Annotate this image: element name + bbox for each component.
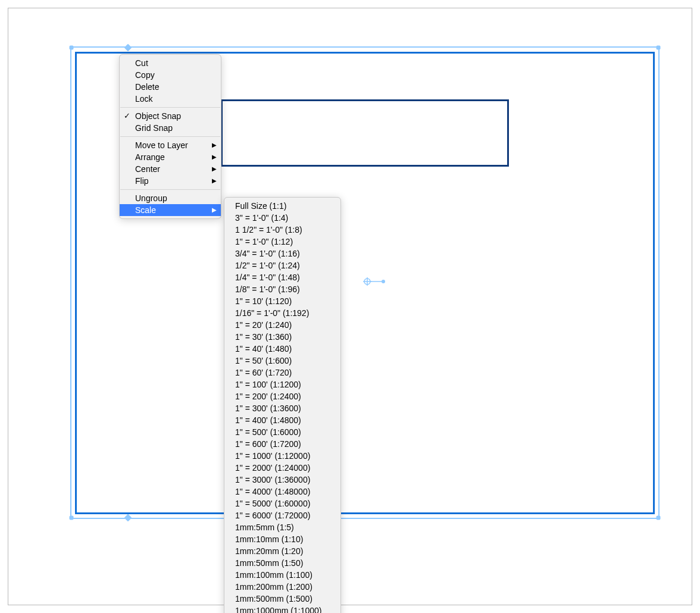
rotate-handle-bottom[interactable] bbox=[124, 514, 132, 522]
scale-option-label: 1" = 600' (1:7200) bbox=[235, 439, 301, 449]
menu-item-object-snap[interactable]: ✓Object Snap bbox=[120, 110, 221, 122]
menu-item-label: Move to Layer bbox=[135, 140, 188, 150]
scale-option[interactable]: 1" = 2000' (1:24000) bbox=[224, 462, 340, 474]
scale-option[interactable]: 1/8" = 1'-0" (1:96) bbox=[224, 283, 340, 295]
scale-option[interactable]: 1" = 500' (1:6000) bbox=[224, 426, 340, 438]
scale-option[interactable]: 1mm:100mm (1:100) bbox=[224, 569, 340, 581]
scale-option[interactable]: 1/2" = 1'-0" (1:24) bbox=[224, 259, 340, 271]
scale-option-label: 1" = 1'-0" (1:12) bbox=[235, 237, 293, 246]
scale-option-label: 1" = 200' (1:2400) bbox=[235, 392, 301, 401]
svg-point-0 bbox=[364, 279, 370, 284]
window-frame: CutCopyDeleteLock✓Object SnapGrid SnapMo… bbox=[8, 8, 692, 605]
scale-option[interactable]: 1mm:1000mm (1:1000) bbox=[224, 605, 340, 613]
scale-option[interactable]: 1" = 50' (1:600) bbox=[224, 355, 340, 367]
menu-item-delete[interactable]: Delete bbox=[120, 81, 221, 93]
scale-option-label: 1" = 1000' (1:12000) bbox=[235, 451, 310, 461]
menu-item-move-to-layer[interactable]: Move to Layer▶ bbox=[120, 139, 221, 151]
context-menu[interactable]: CutCopyDeleteLock✓Object SnapGrid SnapMo… bbox=[119, 54, 221, 219]
scale-option[interactable]: 3" = 1'-0" (1:4) bbox=[224, 212, 340, 224]
menu-item-label: Scale bbox=[135, 205, 156, 215]
scale-option-label: 1" = 100' (1:1200) bbox=[235, 380, 301, 389]
rectangle-shape[interactable] bbox=[221, 99, 509, 167]
scale-option[interactable]: 1 1/2" = 1'-0" (1:8) bbox=[224, 224, 340, 236]
scale-option[interactable]: 1" = 1'-0" (1:12) bbox=[224, 236, 340, 248]
menu-item-label: Copy bbox=[135, 70, 155, 80]
menu-item-cut[interactable]: Cut bbox=[120, 57, 221, 69]
svg-point-4 bbox=[382, 280, 385, 283]
menu-item-lock[interactable]: Lock bbox=[120, 93, 221, 105]
menu-item-arrange[interactable]: Arrange▶ bbox=[120, 151, 221, 163]
resize-handle-top-left[interactable] bbox=[70, 46, 74, 50]
menu-item-scale[interactable]: Scale▶ bbox=[120, 204, 221, 216]
scale-option-label: 1/8" = 1'-0" (1:96) bbox=[235, 284, 300, 294]
scale-option-label: 1mm:1000mm (1:1000) bbox=[235, 606, 322, 613]
scale-option-label: 1" = 60' (1:720) bbox=[235, 368, 292, 377]
scale-option[interactable]: 1" = 600' (1:7200) bbox=[224, 438, 340, 450]
scale-option[interactable]: 1" = 6000' (1:72000) bbox=[224, 509, 340, 521]
menu-item-label: Object Snap bbox=[135, 111, 181, 121]
scale-option-label: 1mm:100mm (1:100) bbox=[235, 570, 312, 580]
scale-option-label: 1mm:5mm (1:5) bbox=[235, 523, 294, 532]
scale-option[interactable]: 1mm:10mm (1:10) bbox=[224, 533, 340, 545]
scale-option-label: 1/16" = 1'-0" (1:192) bbox=[235, 308, 309, 318]
menu-separator bbox=[120, 189, 220, 190]
scale-option[interactable]: 1" = 3000' (1:36000) bbox=[224, 474, 340, 486]
menu-item-flip[interactable]: Flip▶ bbox=[120, 175, 221, 187]
scale-option[interactable]: 1/16" = 1'-0" (1:192) bbox=[224, 307, 340, 319]
resize-handle-top-right[interactable] bbox=[657, 46, 661, 50]
scale-option[interactable]: 1" = 4000' (1:48000) bbox=[224, 486, 340, 498]
menu-separator bbox=[120, 107, 220, 108]
menu-item-label: Flip bbox=[135, 176, 149, 186]
scale-option[interactable]: 1" = 30' (1:360) bbox=[224, 331, 340, 343]
scale-option[interactable]: 1" = 1000' (1:12000) bbox=[224, 450, 340, 462]
menu-separator bbox=[120, 136, 220, 137]
submenu-arrow-icon: ▶ bbox=[212, 205, 217, 215]
submenu-arrow-icon: ▶ bbox=[212, 164, 217, 174]
scale-option-label: 1" = 30' (1:360) bbox=[235, 332, 292, 342]
scale-option[interactable]: 1mm:50mm (1:50) bbox=[224, 557, 340, 569]
menu-item-label: Ungroup bbox=[135, 193, 167, 203]
resize-handle-bottom-left[interactable] bbox=[70, 516, 74, 520]
scale-submenu[interactable]: Full Size (1:1)3" = 1'-0" (1:4)1 1/2" = … bbox=[224, 197, 341, 613]
submenu-arrow-icon: ▶ bbox=[212, 152, 217, 162]
menu-item-copy[interactable]: Copy bbox=[120, 69, 221, 81]
origin-marker-icon bbox=[363, 277, 387, 286]
scale-option[interactable]: 1" = 5000' (1:60000) bbox=[224, 498, 340, 509]
scale-option-label: 1" = 20' (1:240) bbox=[235, 320, 292, 330]
scale-option[interactable]: Full Size (1:1) bbox=[224, 200, 340, 212]
scale-option-label: 1mm:10mm (1:10) bbox=[235, 534, 303, 544]
scale-option[interactable]: 1" = 60' (1:720) bbox=[224, 367, 340, 379]
scale-option[interactable]: 1mm:500mm (1:500) bbox=[224, 593, 340, 605]
menu-item-label: Cut bbox=[135, 58, 148, 68]
menu-item-center[interactable]: Center▶ bbox=[120, 163, 221, 175]
scale-option-label: 1mm:500mm (1:500) bbox=[235, 594, 312, 603]
scale-option-label: 1mm:50mm (1:50) bbox=[235, 558, 303, 568]
scale-option-label: 1/4" = 1'-0" (1:48) bbox=[235, 273, 300, 282]
scale-option-label: 1" = 50' (1:600) bbox=[235, 356, 292, 365]
scale-option[interactable]: 1mm:20mm (1:20) bbox=[224, 545, 340, 557]
scale-option[interactable]: 1" = 100' (1:1200) bbox=[224, 379, 340, 390]
scale-option-label: 1mm:20mm (1:20) bbox=[235, 546, 303, 556]
scale-option[interactable]: 1" = 200' (1:2400) bbox=[224, 390, 340, 402]
scale-option[interactable]: 1" = 40' (1:480) bbox=[224, 343, 340, 355]
scale-option[interactable]: 1/4" = 1'-0" (1:48) bbox=[224, 271, 340, 283]
scale-option-label: 1mm:200mm (1:200) bbox=[235, 582, 312, 592]
scale-option-label: 1" = 4000' (1:48000) bbox=[235, 487, 310, 496]
menu-item-ungroup[interactable]: Ungroup bbox=[120, 192, 221, 204]
rotate-handle-top[interactable] bbox=[124, 44, 132, 52]
scale-option-label: 1" = 6000' (1:72000) bbox=[235, 511, 310, 520]
scale-option-label: Full Size (1:1) bbox=[235, 201, 286, 211]
scale-option[interactable]: 1mm:200mm (1:200) bbox=[224, 581, 340, 593]
scale-option[interactable]: 3/4" = 1'-0" (1:16) bbox=[224, 248, 340, 259]
menu-item-grid-snap[interactable]: Grid Snap bbox=[120, 122, 221, 134]
resize-handle-bottom-right[interactable] bbox=[657, 516, 661, 520]
scale-option-label: 1/2" = 1'-0" (1:24) bbox=[235, 261, 300, 270]
scale-option[interactable]: 1" = 400' (1:4800) bbox=[224, 414, 340, 426]
scale-option[interactable]: 1" = 300' (1:3600) bbox=[224, 402, 340, 414]
menu-item-label: Center bbox=[135, 164, 160, 174]
scale-option-label: 1" = 500' (1:6000) bbox=[235, 427, 301, 437]
scale-option-label: 1" = 10' (1:120) bbox=[235, 296, 292, 306]
scale-option[interactable]: 1mm:5mm (1:5) bbox=[224, 521, 340, 533]
scale-option[interactable]: 1" = 20' (1:240) bbox=[224, 319, 340, 331]
scale-option[interactable]: 1" = 10' (1:120) bbox=[224, 295, 340, 307]
